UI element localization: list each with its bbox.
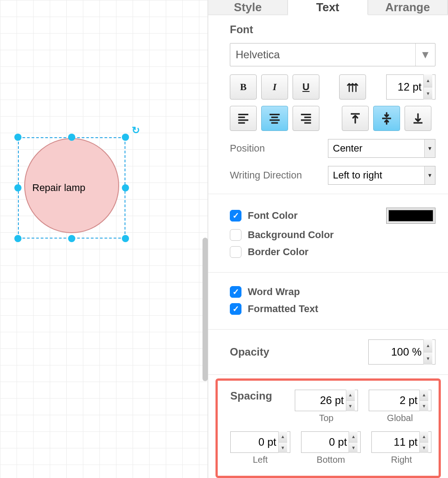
stepper-down-icon[interactable]: ▼ xyxy=(349,443,358,453)
spacing-top-value: 26 pt xyxy=(300,394,344,407)
chevron-down-icon: ▼ xyxy=(415,43,435,66)
spacing-top-input[interactable]: 26 pt ▲ ▼ xyxy=(295,390,358,411)
spacing-left-input[interactable]: 0 pt ▲ ▼ xyxy=(230,431,290,453)
border-color-checkbox[interactable] xyxy=(230,246,241,258)
resize-handle-bl[interactable] xyxy=(14,235,22,242)
font-family-value: Helvetica xyxy=(236,48,280,61)
word-wrap-checkbox[interactable]: ✓ xyxy=(230,286,241,298)
opacity-label: Opacity xyxy=(230,346,368,358)
font-section: Font Helvetica ▼ B I U 12 pt ▲ ▼ xyxy=(208,15,448,194)
font-size-input[interactable]: 12 pt ▲ ▼ xyxy=(386,74,435,100)
spacing-top-stepper[interactable]: ▲ ▼ xyxy=(346,390,355,411)
underline-button[interactable]: U xyxy=(293,74,319,100)
stepper-down-icon[interactable]: ▼ xyxy=(420,443,428,453)
selection-box xyxy=(18,137,125,239)
canvas[interactable]: Repair lamp ↻ xyxy=(0,0,208,478)
valign-middle-icon xyxy=(380,112,393,125)
opacity-row: Opacity 100 % ▲ ▼ xyxy=(208,330,448,375)
colors-section: ✓ Font Color Background Color Border Col… xyxy=(208,194,448,273)
spacing-right-value: 11 pt xyxy=(376,436,418,448)
stepper-down-icon[interactable]: ▼ xyxy=(424,352,432,365)
word-wrap-label: Word Wrap xyxy=(248,286,300,298)
stepper-up-icon[interactable]: ▲ xyxy=(424,74,432,87)
spacing-global-value: 2 pt xyxy=(374,394,418,407)
tab-text[interactable]: Text xyxy=(288,0,368,15)
resize-handle-bm[interactable] xyxy=(68,235,75,242)
align-right-button[interactable] xyxy=(293,106,319,131)
font-color-checkbox[interactable]: ✓ xyxy=(230,210,241,222)
resize-handle-tm[interactable] xyxy=(68,134,75,141)
resize-handle-tr[interactable] xyxy=(122,134,129,141)
font-heading: Font xyxy=(230,23,435,36)
font-color-label: Font Color xyxy=(248,210,297,222)
rotate-handle[interactable]: ↻ xyxy=(132,125,140,136)
align-center-button[interactable] xyxy=(261,106,288,131)
tab-arrange[interactable]: Arrange xyxy=(368,0,448,14)
valign-middle-button[interactable] xyxy=(373,106,400,131)
valign-top-button[interactable] xyxy=(342,106,369,131)
resize-handle-ml[interactable] xyxy=(14,184,22,191)
formatted-text-checkbox[interactable]: ✓ xyxy=(230,303,241,315)
background-color-checkbox[interactable] xyxy=(230,229,241,241)
opacity-value: 100 % xyxy=(373,346,422,358)
opacity-input[interactable]: 100 % ▲ ▼ xyxy=(368,339,435,365)
tabs: Style Text Arrange xyxy=(208,0,448,15)
direction-select[interactable]: Left to right ▼ xyxy=(328,166,435,185)
spacing-bottom-stepper[interactable]: ▲ ▼ xyxy=(349,431,358,453)
resize-handle-br[interactable] xyxy=(122,235,129,242)
spacing-section: Spacing 26 pt ▲ ▼ Top 2 pt ▲ ▼ xyxy=(215,378,441,478)
stepper-down-icon[interactable]: ▼ xyxy=(420,401,428,412)
chevron-down-icon: ▼ xyxy=(424,166,435,184)
align-left-button[interactable] xyxy=(230,106,257,131)
stepper-up-icon[interactable]: ▲ xyxy=(346,390,355,401)
font-family-select[interactable]: Helvetica ▼ xyxy=(230,43,435,66)
valign-bottom-icon xyxy=(411,112,425,125)
resize-handle-mr[interactable] xyxy=(122,184,129,191)
align-center-icon xyxy=(268,112,281,125)
border-color-label: Border Color xyxy=(248,246,309,258)
font-size-value: 12 pt xyxy=(391,81,422,93)
stepper-up-icon[interactable]: ▲ xyxy=(279,431,287,443)
stepper-up-icon[interactable]: ▲ xyxy=(349,431,358,443)
spacing-bottom-value: 0 pt xyxy=(306,436,347,448)
align-left-icon xyxy=(237,112,250,125)
position-label: Position xyxy=(230,143,328,154)
shape-selection[interactable]: Repair lamp ↻ xyxy=(18,137,125,239)
spacing-label: Spacing xyxy=(230,390,284,402)
stepper-up-icon[interactable]: ▲ xyxy=(424,339,432,352)
valign-top-icon xyxy=(349,112,362,125)
align-right-icon xyxy=(299,112,313,125)
spacing-left-value: 0 pt xyxy=(235,436,276,448)
vertical-text-button[interactable] xyxy=(339,74,366,100)
resize-handle-tl[interactable] xyxy=(14,134,22,141)
stepper-down-icon[interactable]: ▼ xyxy=(424,87,432,100)
position-select[interactable]: Center ▼ xyxy=(328,139,435,158)
italic-button[interactable]: I xyxy=(261,74,288,100)
spacing-global-label: Global xyxy=(387,413,413,423)
stepper-down-icon[interactable]: ▼ xyxy=(346,401,355,412)
spacing-right-stepper[interactable]: ▲ ▼ xyxy=(419,431,428,453)
position-value: Center xyxy=(333,143,362,154)
chevron-down-icon: ▼ xyxy=(424,139,435,157)
spacing-left-label: Left xyxy=(253,455,267,465)
tab-style[interactable]: Style xyxy=(208,0,288,14)
bold-button[interactable]: B xyxy=(230,74,257,100)
opacity-stepper[interactable]: ▲ ▼ xyxy=(423,339,432,365)
vertical-arrows-icon xyxy=(346,80,359,94)
stepper-up-icon[interactable]: ▲ xyxy=(420,390,428,401)
spacing-top-label: Top xyxy=(319,413,333,423)
font-size-stepper[interactable]: ▲ ▼ xyxy=(423,74,432,100)
font-color-swatch[interactable] xyxy=(386,208,435,224)
stepper-down-icon[interactable]: ▼ xyxy=(279,443,287,453)
spacing-global-stepper[interactable]: ▲ ▼ xyxy=(419,390,428,411)
spacing-left-stepper[interactable]: ▲ ▼ xyxy=(278,431,287,453)
valign-bottom-button[interactable] xyxy=(405,106,431,131)
formatted-text-label: Formatted Text xyxy=(248,303,318,315)
spacing-bottom-input[interactable]: 0 pt ▲ ▼ xyxy=(301,431,361,453)
spacing-right-label: Right xyxy=(391,455,412,465)
spacing-right-input[interactable]: 11 pt ▲ ▼ xyxy=(371,431,431,453)
direction-value: Left to right xyxy=(333,169,382,181)
canvas-scrollbar[interactable] xyxy=(202,238,208,381)
spacing-global-input[interactable]: 2 pt ▲ ▼ xyxy=(369,390,431,411)
stepper-up-icon[interactable]: ▲ xyxy=(420,431,428,443)
